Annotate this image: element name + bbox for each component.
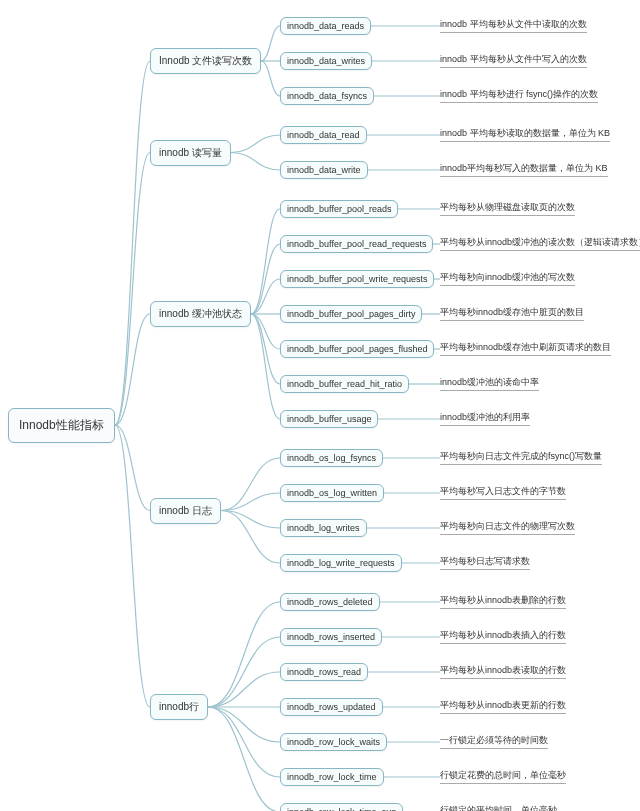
metric-innodb_buffer_pool_write_requests[interactable]: innodb_buffer_pool_write_requests — [280, 270, 434, 288]
metric-description: 平均每秒从物理磁盘读取页的次数 — [440, 201, 575, 216]
metric-innodb_buffer_pool_pages_flushed[interactable]: innodb_buffer_pool_pages_flushed — [280, 340, 434, 358]
metric-description: 行锁定花费的总时间，单位毫秒 — [440, 769, 566, 784]
metric-innodb_data_writes[interactable]: innodb_data_writes — [280, 52, 372, 70]
metric-description: 平均每秒从innodb缓冲池的读次数（逻辑读请求数） — [440, 236, 640, 251]
metric-innodb_row_lock_waits[interactable]: innodb_row_lock_waits — [280, 733, 387, 751]
metric-innodb_buffer_pool_pages_dirty[interactable]: innodb_buffer_pool_pages_dirty — [280, 305, 422, 323]
category-1[interactable]: innodb 读写量 — [150, 140, 231, 166]
category-3[interactable]: innodb 日志 — [150, 498, 221, 524]
metric-innodb_data_reads[interactable]: innodb_data_reads — [280, 17, 371, 35]
metric-innodb_rows_updated[interactable]: innodb_rows_updated — [280, 698, 383, 716]
metric-description: innodb缓冲池的读命中率 — [440, 376, 539, 391]
metric-description: 平均每秒写入日志文件的字节数 — [440, 485, 566, 500]
metric-innodb_log_write_requests[interactable]: innodb_log_write_requests — [280, 554, 402, 572]
metric-innodb_buffer_pool_read_requests[interactable]: innodb_buffer_pool_read_requests — [280, 235, 433, 253]
metric-innodb_data_read[interactable]: innodb_data_read — [280, 126, 367, 144]
metric-innodb_data_write[interactable]: innodb_data_write — [280, 161, 368, 179]
metric-description: innodb 平均每秒进行 fsync()操作的次数 — [440, 88, 598, 103]
metric-innodb_log_writes[interactable]: innodb_log_writes — [280, 519, 367, 537]
root-node[interactable]: Innodb性能指标 — [8, 408, 115, 443]
metric-description: innodb缓冲池的利用率 — [440, 411, 530, 426]
metric-description: 平均每秒向日志文件的物理写次数 — [440, 520, 575, 535]
metric-description: innodb 平均每秒读取的数据量，单位为 KB — [440, 127, 610, 142]
category-4[interactable]: innodb行 — [150, 694, 208, 720]
metric-description: innodb 平均每秒从文件中读取的次数 — [440, 18, 587, 33]
category-0[interactable]: Innodb 文件读写次数 — [150, 48, 261, 74]
metric-innodb_buffer_pool_reads[interactable]: innodb_buffer_pool_reads — [280, 200, 398, 218]
metric-innodb_os_log_fsyncs[interactable]: innodb_os_log_fsyncs — [280, 449, 383, 467]
metric-description: 平均每秒从innodb表删除的行数 — [440, 594, 566, 609]
metric-innodb_buffer_read_hit_ratio[interactable]: innodb_buffer_read_hit_ratio — [280, 375, 409, 393]
metric-description: 平均每秒innodb缓存池中脏页的数目 — [440, 306, 584, 321]
metric-description: 平均每秒从innodb表读取的行数 — [440, 664, 566, 679]
metric-innodb_os_log_written[interactable]: innodb_os_log_written — [280, 484, 384, 502]
metric-innodb_rows_read[interactable]: innodb_rows_read — [280, 663, 368, 681]
metric-description: 平均每秒从innodb表更新的行数 — [440, 699, 566, 714]
metric-description: 平均每秒向innodb缓冲池的写次数 — [440, 271, 575, 286]
metric-description: 行锁定的平均时间，单位毫秒 — [440, 804, 557, 812]
metric-description: innodb平均每秒写入的数据量，单位为 KB — [440, 162, 608, 177]
metric-description: 平均每秒从innodb表插入的行数 — [440, 629, 566, 644]
metric-description: innodb 平均每秒从文件中写入的次数 — [440, 53, 587, 68]
metric-innodb_row_lock_time_avg[interactable]: innodb_row_lock_time_avg — [280, 803, 403, 811]
metric-description: 平均每秒向日志文件完成的fsync()写数量 — [440, 450, 602, 465]
metric-innodb_row_lock_time[interactable]: innodb_row_lock_time — [280, 768, 384, 786]
category-2[interactable]: innodb 缓冲池状态 — [150, 301, 251, 327]
metric-innodb_data_fsyncs[interactable]: innodb_data_fsyncs — [280, 87, 374, 105]
metric-innodb_rows_inserted[interactable]: innodb_rows_inserted — [280, 628, 382, 646]
metric-description: 平均每秒日志写请求数 — [440, 555, 530, 570]
metric-innodb_rows_deleted[interactable]: innodb_rows_deleted — [280, 593, 380, 611]
metric-description: 一行锁定必须等待的时间数 — [440, 734, 548, 749]
metric-description: 平均每秒innodb缓存池中刷新页请求的数目 — [440, 341, 611, 356]
metric-innodb_buffer_usage[interactable]: innodb_buffer_usage — [280, 410, 378, 428]
